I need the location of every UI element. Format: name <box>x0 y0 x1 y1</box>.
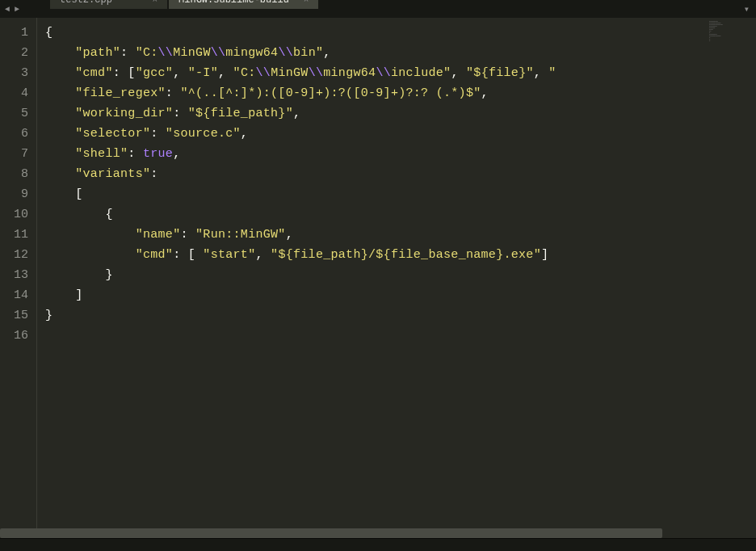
json-key: "file_regex" <box>75 86 166 100</box>
escape: \\ <box>158 46 174 60</box>
json-key: "working_dir" <box>75 107 173 120</box>
string: MinGW <box>173 46 211 60</box>
line-number: 7 <box>5 144 28 164</box>
line-number: 14 <box>5 285 28 305</box>
colon: : <box>150 167 158 181</box>
nav-arrows: ◄ ► <box>3 5 21 14</box>
comma: , <box>481 86 489 100</box>
comma: , <box>323 46 330 60</box>
tab-test2[interactable]: test2.cpp × <box>50 0 167 9</box>
tab-label: MinGW.sublime-build <box>178 0 289 6</box>
brace: } <box>45 309 52 322</box>
line-number: 16 <box>5 326 28 346</box>
line-number: 6 <box>5 124 28 144</box>
string: C: <box>241 66 256 80</box>
string: "Run::MinGW" <box>195 228 286 242</box>
status-bar <box>0 538 756 551</box>
line-number: 3 <box>5 63 28 83</box>
string: "^(..[^:]*):([0-9]+):?([0-9]+)?:? (.*)$" <box>180 86 481 100</box>
string: MinGW <box>271 66 309 80</box>
comma: , <box>451 66 466 80</box>
comma: , <box>293 107 300 120</box>
scrollbar-thumb[interactable] <box>0 528 662 538</box>
quote: " <box>233 66 241 80</box>
line-number: 12 <box>5 245 28 265</box>
comma: , <box>173 66 188 80</box>
escape: \\ <box>256 66 271 80</box>
string: mingw64 <box>323 66 376 80</box>
line-number: 1 <box>5 23 28 43</box>
brace: } <box>105 268 112 282</box>
escape: \\ <box>309 66 324 80</box>
comma: , <box>286 228 293 242</box>
comma: , <box>218 66 233 80</box>
dropdown-icon[interactable]: ▾ <box>741 3 753 15</box>
json-key: "variants" <box>75 167 150 181</box>
code-editor[interactable]: { "path": "C:\\MinGW\\mingw64\\bin", "cm… <box>37 18 708 528</box>
tab-label: test2.cpp <box>60 0 112 6</box>
constant: true <box>143 147 173 161</box>
string: "start" <box>203 248 255 262</box>
json-key: "shell" <box>75 147 128 161</box>
colon: : [ <box>113 66 136 80</box>
line-number: 10 <box>5 204 28 225</box>
quote: " <box>316 46 323 60</box>
colon: : <box>166 86 181 100</box>
minimap-content: ▬▬▬▬▬▬▬▬▬ ▬▬▬▬▬▬▬▬▬▬▬▬ ▬▬▬▬▬▬▬▬▬▬▬▬▬▬ ▬▬… <box>709 21 754 42</box>
comma: , <box>534 66 549 80</box>
bracket: [ <box>75 187 82 201</box>
colon: : <box>128 147 143 161</box>
json-key: "path" <box>75 46 120 60</box>
colon: : <box>120 46 136 60</box>
string: bin <box>293 46 316 60</box>
brace: { <box>105 208 112 221</box>
toolbar: ◄ ► test2.cpp × MinGW.sublime-build × ▾ <box>0 0 756 18</box>
json-key: "cmd" <box>75 66 113 80</box>
string: "${file_path}" <box>188 107 293 120</box>
comma: , <box>241 127 248 141</box>
string: include <box>391 66 443 80</box>
line-number: 11 <box>5 225 28 245</box>
escape: \\ <box>376 66 391 80</box>
horizontal-scrollbar[interactable] <box>0 528 756 538</box>
string: "${file_path}/${file_base_name}.exe" <box>271 248 541 262</box>
bracket: ] <box>75 288 82 302</box>
minimap[interactable]: ▬▬▬▬▬▬▬▬▬ ▬▬▬▬▬▬▬▬▬▬▬▬ ▬▬▬▬▬▬▬▬▬▬▬▬▬▬ ▬▬… <box>708 18 756 528</box>
line-number: 4 <box>5 83 28 103</box>
line-number: 5 <box>5 103 28 124</box>
escape: \\ <box>278 46 293 60</box>
line-number: 15 <box>5 305 28 326</box>
colon: : <box>150 127 166 141</box>
quote: " <box>136 46 143 60</box>
string: "${file}" <box>466 66 534 80</box>
line-number: 8 <box>5 164 28 184</box>
tab-mingw-build[interactable]: MinGW.sublime-build × <box>169 0 318 9</box>
string: "gcc" <box>136 66 174 80</box>
line-number: 9 <box>5 184 28 204</box>
json-key: "selector" <box>75 127 150 141</box>
comma: , <box>255 248 271 262</box>
string: mingw64 <box>225 46 278 60</box>
escape: \\ <box>211 46 226 60</box>
line-number: 2 <box>5 43 28 63</box>
string: "-I" <box>188 66 218 80</box>
nav-forward-icon[interactable]: ► <box>13 5 21 14</box>
string: "source.c" <box>166 127 241 141</box>
json-key: "name" <box>136 228 181 242</box>
colon: : <box>180 228 195 242</box>
json-key: "cmd" <box>136 248 174 262</box>
close-icon[interactable]: × <box>152 0 158 5</box>
colon: : [ <box>173 248 203 262</box>
bracket: ] <box>541 248 548 262</box>
comma: , <box>173 147 180 161</box>
colon: : <box>173 107 188 120</box>
string: C: <box>143 46 158 60</box>
editor-area: 1 2 3 4 5 6 7 8 9 10 11 12 13 14 15 16 {… <box>0 18 756 528</box>
close-icon[interactable]: × <box>304 0 309 5</box>
brace: { <box>45 26 52 40</box>
line-number-gutter: 1 2 3 4 5 6 7 8 9 10 11 12 13 14 15 16 <box>0 18 37 528</box>
nav-back-icon[interactable]: ◄ <box>3 5 11 14</box>
line-number: 13 <box>5 265 28 285</box>
quote: " <box>548 66 556 80</box>
